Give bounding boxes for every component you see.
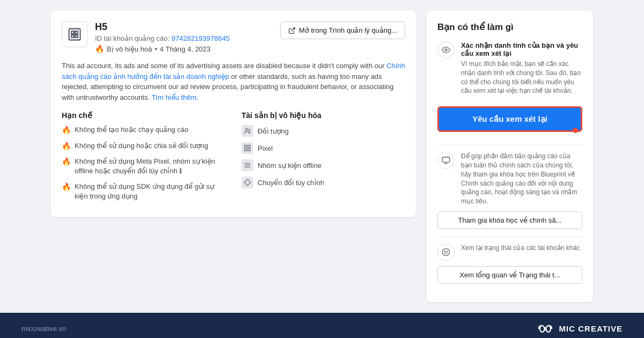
svg-rect-1 — [71, 31, 74, 34]
asset-item-3: Nhóm sự kiện offline — [241, 159, 405, 171]
learn-more-link[interactable]: Tìm hiểu thêm. — [151, 93, 198, 101]
pixel-icon — [241, 142, 253, 154]
assets-column: Tài sản bị vô hiệu hóa Đối tượng Pixel — [241, 111, 405, 207]
restriction-item-2: 🔥 Không thể sử dụng hoặc chia sẻ đối tượ… — [62, 141, 225, 152]
mic-logo-svg — [536, 322, 555, 335]
svg-point-7 — [248, 129, 250, 130]
svg-rect-4 — [75, 35, 78, 38]
verify-identity-section: Xác nhận danh tính của bạn và yêu cầu xe… — [437, 41, 582, 137]
svg-marker-15 — [244, 179, 251, 186]
account-status: 🔥 Bị vô hiệu hoá • 4 Tháng 4, 2023 — [95, 45, 273, 53]
verify-identity-row: Xác nhận danh tính của bạn và yêu cầu xe… — [437, 41, 582, 95]
main-content: H5 ID tài khoản quảng cáo: 9742821939786… — [0, 0, 644, 313]
svg-point-23 — [447, 251, 447, 252]
blueprint-section: Để góp phần đảm bảo quảng cáo của bạn tu… — [437, 145, 582, 229]
account-icon — [62, 21, 87, 47]
svg-point-16 — [445, 49, 447, 51]
svg-rect-9 — [248, 145, 250, 148]
review-btn-wrapper: Yêu cầu xem xét lại — [437, 101, 582, 137]
right-panel: Bạn có thể làm gì Xác nhận danh tính của… — [427, 11, 593, 302]
verify-identity-content: Xác nhận danh tính của bạn và yêu cầu xe… — [461, 41, 582, 95]
svg-point-22 — [444, 251, 445, 252]
svg-rect-3 — [71, 35, 74, 38]
restrictions-title: Hạn chế — [62, 111, 225, 120]
blueprint-desc: Để góp phần đảm bảo quảng cáo của bạn tu… — [461, 152, 582, 206]
svg-point-20 — [442, 248, 449, 255]
svg-rect-17 — [442, 157, 449, 162]
fire-icon-4: 🔥 — [62, 182, 71, 193]
fire-icon: 🔥 — [95, 45, 104, 53]
svg-point-6 — [246, 128, 248, 130]
left-panel: H5 ID tài khoản quảng cáo: 9742821939786… — [51, 11, 416, 217]
conversion-icon — [241, 177, 253, 188]
verify-identity-title: Xác nhận danh tính của bạn và yêu cầu xe… — [461, 41, 582, 57]
verify-identity-desc: Vì mục đích bảo mật, bạn sẽ cần xác nhận… — [461, 60, 582, 95]
restrictions-column: Hạn chế 🔥 Không thể tạo hoặc chạy quảng … — [62, 111, 225, 207]
svg-rect-11 — [248, 149, 250, 151]
footer-website: miccreative.vn — [21, 325, 66, 333]
asset-item-4: Chuyển đổi tùy chỉnh — [241, 177, 405, 188]
fire-icon-1: 🔥 — [62, 125, 71, 136]
footer: miccreative.vn MIC CREATIVE — [0, 313, 644, 338]
other-accounts-section: Xem lại trạng thái của các tài khoản khá… — [437, 237, 582, 284]
asset-item-1: Đối tượng — [241, 125, 405, 137]
monitor-icon — [437, 152, 455, 169]
assets-title: Tài sản bị vô hiệu hóa — [241, 111, 405, 120]
eye-icon — [437, 41, 455, 58]
other-accounts-row: Xem lại trạng thái của các tài khoản khá… — [437, 244, 582, 261]
account-id: ID tài khoản quảng cáo: 974282193978645 — [95, 34, 273, 42]
cursor-dot — [573, 128, 578, 133]
other-accounts-desc: Xem lại trạng thái của các tài khoản khá… — [461, 244, 581, 253]
svg-line-5 — [291, 27, 295, 31]
view-overview-button[interactable]: Xem tổng quan về Trạng thái t... — [437, 266, 582, 284]
two-columns: Hạn chế 🔥 Không thể tạo hoặc chạy quảng … — [62, 111, 405, 207]
offline-events-icon — [241, 159, 253, 171]
account-info: H5 ID tài khoản quảng cáo: 9742821939786… — [95, 21, 273, 53]
restriction-item-1: 🔥 Không thể tạo hoặc chạy quảng cáo — [62, 125, 225, 136]
audience-icon — [241, 125, 253, 137]
restriction-item-4: 🔥 Không thể sử dụng SDK ứng dụng để gửi … — [62, 182, 225, 201]
restriction-item-3: 🔥 Không thể sử dụng Meta Pixel, nhóm sự … — [62, 157, 225, 176]
svg-rect-10 — [245, 149, 247, 151]
svg-rect-2 — [75, 31, 78, 34]
description-text: This ad account, its ads and some of its… — [62, 61, 405, 102]
join-course-button[interactable]: Tham gia khóa học về chính sã... — [437, 211, 582, 229]
blueprint-row: Để góp phần đảm bảo quảng cáo của bạn tu… — [437, 152, 582, 206]
face-icon — [437, 244, 455, 261]
mic-brand-text: MIC CREATIVE — [559, 324, 623, 333]
request-review-button[interactable]: Yêu cầu xem xét lại — [437, 106, 582, 132]
mic-logo: MIC CREATIVE — [536, 322, 623, 335]
svg-rect-8 — [245, 145, 247, 148]
fire-icon-2: 🔥 — [62, 141, 71, 152]
footer-right: MIC CREATIVE — [536, 322, 623, 335]
right-panel-title: Bạn có thể làm gì — [437, 21, 582, 33]
account-header: H5 ID tài khoản quảng cáo: 9742821939786… — [62, 21, 405, 53]
account-name: H5 — [95, 21, 273, 33]
fire-icon-3: 🔥 — [62, 157, 71, 167]
asset-item-2: Pixel — [241, 142, 405, 154]
account-id-link[interactable]: 974282193978645 — [171, 34, 229, 42]
open-in-manager-button[interactable]: Mở trong Trình quản lý quảng... — [280, 21, 405, 39]
